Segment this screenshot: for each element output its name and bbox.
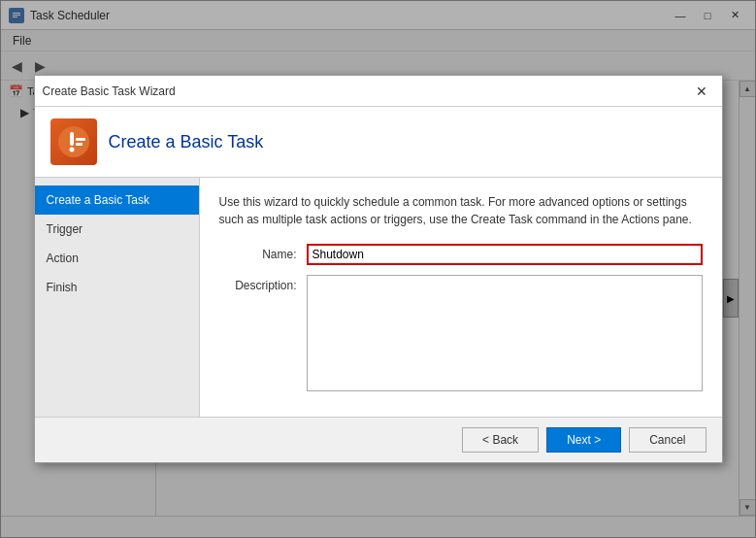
dialog-header: Create a Basic Task	[35, 107, 722, 178]
cancel-button[interactable]: Cancel	[629, 427, 706, 453]
dialog-close-button[interactable]: ✕	[689, 81, 714, 102]
nav-item-create-basic-task[interactable]: Create a Basic Task	[35, 185, 199, 215]
name-label: Name:	[219, 248, 307, 261]
dialog-header-icon	[50, 118, 97, 165]
nav-item-trigger[interactable]: Trigger	[35, 215, 199, 244]
description-label: Description:	[219, 275, 307, 292]
dialog-title: Create Basic Task Wizard	[43, 84, 689, 98]
next-button[interactable]: Next >	[546, 427, 621, 453]
dialog-nav: Create a Basic Task Trigger Action Finis…	[35, 178, 200, 417]
back-button[interactable]: < Back	[462, 427, 539, 453]
name-form-row: Name:	[219, 244, 703, 265]
create-basic-task-dialog: Create Basic Task Wizard ✕ Create a Basi…	[34, 75, 723, 463]
dialog-main-panel: Use this wizard to quickly schedule a co…	[200, 178, 722, 417]
dialog-body: Create a Basic Task Trigger Action Finis…	[35, 178, 722, 417]
svg-rect-5	[70, 132, 74, 146]
nav-item-finish[interactable]: Finish	[35, 273, 199, 302]
description-form-row: Description:	[219, 275, 703, 391]
dialog-footer: < Back Next > Cancel	[35, 417, 722, 462]
svg-rect-7	[76, 138, 85, 141]
description-textarea[interactable]	[307, 275, 703, 391]
svg-point-6	[69, 148, 74, 152]
desktop: Task Scheduler — □ ✕ File ◀ ▶ 📅 Task Sch…	[0, 0, 756, 538]
dialog-title-bar: Create Basic Task Wizard ✕	[35, 76, 722, 107]
nav-item-action[interactable]: Action	[35, 244, 199, 273]
dialog-header-title: Create a Basic Task	[109, 132, 264, 152]
name-input[interactable]	[307, 244, 703, 265]
svg-rect-8	[76, 143, 82, 146]
dialog-overlay: Create Basic Task Wizard ✕ Create a Basi…	[0, 0, 756, 538]
dialog-description: Use this wizard to quickly schedule a co…	[219, 193, 703, 228]
